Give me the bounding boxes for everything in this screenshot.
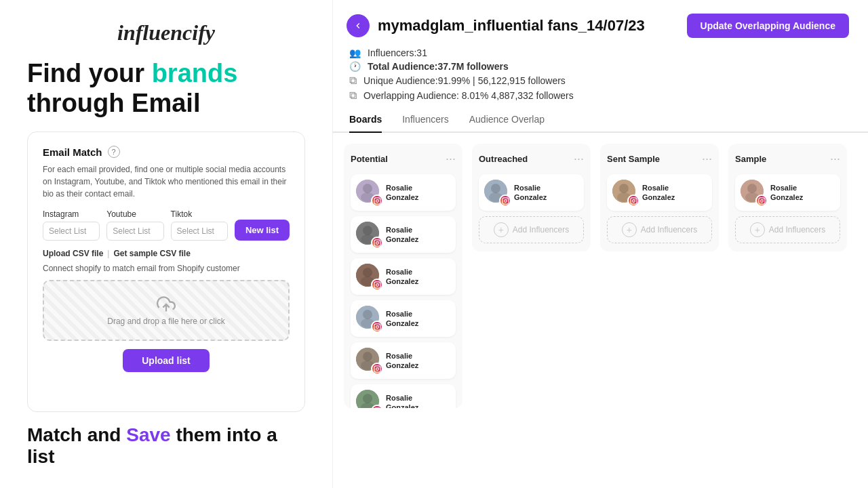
headline: Find your brands through Email — [27, 59, 305, 118]
logo: influencify — [27, 20, 305, 45]
card-desc: For each email provided, find one or mul… — [43, 163, 290, 200]
drop-zone[interactable]: Drag and drop a file here or click — [43, 280, 290, 341]
instagram-badge-icon — [371, 405, 383, 408]
stat-total-audience: Total Audience:37.7M followers — [349, 61, 849, 72]
svg-rect-10 — [374, 239, 380, 245]
svg-point-5 — [376, 199, 378, 202]
board-header: Sample··· — [735, 152, 840, 166]
svg-rect-52 — [758, 197, 764, 203]
svg-rect-22 — [374, 323, 380, 329]
board-menu-icon[interactable]: ··· — [702, 152, 712, 166]
svg-rect-34 — [374, 407, 380, 408]
svg-point-6 — [378, 199, 379, 199]
instagram-badge-icon — [371, 321, 383, 333]
tab-audience-overlap[interactable]: Audience Overlap — [469, 108, 545, 133]
new-list-button[interactable]: New list — [235, 220, 290, 241]
svg-point-47 — [632, 199, 635, 202]
svg-point-53 — [760, 199, 763, 202]
board-menu-icon[interactable]: ··· — [574, 152, 584, 166]
instagram-select[interactable]: Select List — [43, 222, 100, 241]
overlapping-audience-value: Overlapping Audience: 8.01% 4,887,332 fo… — [363, 90, 574, 101]
board-name: Outreached — [479, 154, 528, 164]
board-column-sent-sample: Sent Sample···Rosalie Gonzalez+Add Influ… — [600, 144, 719, 251]
back-title: mymadglam_influential fans_14/07/23 — [347, 14, 645, 37]
add-plus-icon: + — [494, 222, 509, 237]
board-header: Sent Sample··· — [607, 152, 712, 166]
add-influencers-label: Add Influencers — [769, 225, 825, 235]
clock-icon — [349, 61, 361, 72]
upload-icon — [157, 295, 176, 314]
avatar-stack — [484, 180, 510, 205]
left-panel: influencify Find your brands through Ema… — [0, 0, 332, 488]
card-header: Email Match ? — [43, 146, 290, 158]
influencer-card[interactable]: Rosalie Gonzalez — [351, 174, 456, 211]
svg-rect-28 — [374, 365, 380, 371]
board-header: Outreached··· — [479, 152, 584, 166]
svg-point-26 — [363, 352, 372, 361]
avatar-stack — [356, 348, 382, 373]
svg-point-23 — [376, 325, 378, 328]
back-button[interactable] — [347, 14, 370, 37]
back-arrow-icon — [353, 20, 363, 31]
add-plus-icon: + — [622, 222, 637, 237]
instagram-badge-icon — [371, 237, 383, 249]
copy-icon-2 — [349, 89, 357, 102]
instagram-badge-icon — [499, 195, 511, 207]
youtube-select[interactable]: Select List — [106, 222, 163, 241]
svg-rect-40 — [502, 197, 508, 203]
svg-point-54 — [763, 199, 764, 199]
boards-area: Potential···Rosalie GonzalezRosalie Gonz… — [333, 133, 868, 488]
influencer-name: Rosalie Gonzalez — [642, 183, 675, 203]
influencer-name: Rosalie Gonzalez — [386, 267, 418, 287]
upload-list-button[interactable]: Upload list — [123, 349, 210, 372]
svg-point-50 — [747, 184, 757, 193]
update-overlapping-button[interactable]: Update Overlapping Audience — [687, 14, 849, 38]
tagline-text1: Match and — [27, 424, 126, 445]
svg-rect-4 — [374, 197, 380, 203]
influencer-card[interactable]: Rosalie Gonzalez — [351, 342, 456, 379]
tabs-bar: Boards Influencers Audience Overlap — [333, 108, 868, 133]
influencer-card[interactable]: Rosalie Gonzalez — [735, 174, 840, 211]
board-name: Sample — [735, 154, 766, 164]
svg-point-20 — [363, 310, 372, 319]
tiktok-select[interactable]: Select List — [171, 222, 228, 241]
avatar-stack — [356, 306, 382, 331]
svg-point-2 — [363, 184, 372, 193]
svg-point-38 — [491, 184, 500, 193]
upload-csv-link[interactable]: Upload CSV file — [43, 249, 103, 258]
board-column-outreached: Outreached···Rosalie Gonzalez+Add Influe… — [472, 144, 591, 251]
influencer-card[interactable]: Rosalie Gonzalez — [351, 258, 456, 295]
avatar-stack — [741, 180, 766, 205]
influencer-card[interactable]: Rosalie Gonzalez — [479, 174, 584, 211]
influencer-card[interactable]: Rosalie Gonzalez — [351, 216, 456, 253]
sample-csv-link[interactable]: Get sample CSV file — [113, 249, 190, 258]
influencers-count: Influencers:31 — [368, 47, 427, 58]
influencer-name: Rosalie Gonzalez — [386, 351, 418, 371]
drop-text: Drag and drop a file here or click — [107, 317, 224, 326]
board-column-sample: Sample···Rosalie Gonzalez+Add Influencer… — [728, 144, 847, 251]
help-icon[interactable]: ? — [108, 146, 120, 158]
influencer-card[interactable]: Rosalie Gonzalez — [607, 174, 712, 211]
svg-point-8 — [363, 226, 372, 235]
influencer-name: Rosalie Gonzalez — [770, 183, 803, 203]
influencer-card[interactable]: Rosalie Gonzalez — [351, 300, 456, 337]
add-influencers-button[interactable]: +Add Influencers — [479, 216, 584, 243]
headline-text1: Find your — [27, 59, 152, 87]
headline-text2: through Email — [27, 89, 200, 117]
add-plus-icon: + — [750, 222, 765, 237]
svg-point-29 — [376, 367, 378, 370]
instagram-badge-icon — [371, 363, 383, 375]
avatar-stack — [612, 180, 638, 205]
board-menu-icon[interactable]: ··· — [830, 152, 840, 166]
tab-boards[interactable]: Boards — [349, 108, 382, 133]
board-menu-icon[interactable]: ··· — [446, 152, 456, 166]
tab-influencers[interactable]: Influencers — [402, 108, 448, 133]
instagram-label: Instagram — [43, 209, 100, 219]
top-bar: mymadglam_influential fans_14/07/23 Upda… — [333, 0, 868, 45]
avatar-stack — [356, 390, 382, 408]
add-influencers-button[interactable]: +Add Influencers — [607, 216, 712, 243]
csv-row: Upload CSV file | Get sample CSV file — [43, 249, 290, 258]
add-influencers-button[interactable]: +Add Influencers — [735, 216, 840, 243]
board-name: Sent Sample — [607, 154, 660, 164]
influencer-card[interactable]: Rosalie Gonzalez — [351, 384, 456, 408]
